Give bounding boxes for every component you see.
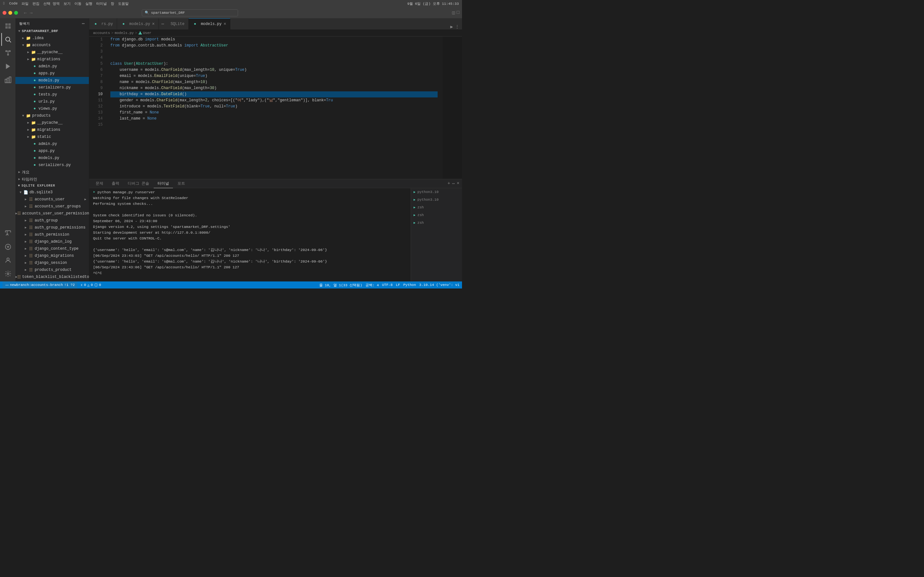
tree-item-migrations-acc[interactable]: ► 📁 migrations: [15, 56, 89, 63]
tree-item-idea[interactable]: ► 📁 .idea: [15, 35, 89, 42]
activity-source-control[interactable]: [1, 47, 14, 59]
tree-item-static-prod[interactable]: ► 📁 static: [15, 133, 89, 140]
split-icon[interactable]: ⋮: [455, 24, 459, 29]
panel-tab-problems[interactable]: 문제: [92, 179, 107, 188]
tree-table-accounts-user[interactable]: ► ☷ accounts_user ►: [15, 196, 89, 203]
panel-tab-ports[interactable]: 포트: [174, 179, 189, 188]
status-errors[interactable]: ☓ 0 △ 0 ⓘ 0: [81, 283, 101, 287]
term-session-2[interactable]: ▶ python3.10: [411, 196, 462, 203]
tree-item-admin-acc[interactable]: ● admin.py: [15, 63, 89, 70]
tree-table-ap[interactable]: ► ☷ auth_permission: [15, 231, 89, 238]
tree-item-models-prod[interactable]: ● models.py: [15, 155, 89, 161]
tree-item-tests-acc[interactable]: ● tests.py: [15, 91, 89, 98]
status-selection[interactable]: 줄 10, 열 1(33 선택됨): [319, 283, 362, 287]
tree-item-migrations-prod[interactable]: ► 📁 migrations: [15, 126, 89, 133]
mac-menu-select[interactable]: 선택 영역: [43, 1, 60, 6]
mac-menu-window[interactable]: 창: [111, 1, 114, 6]
term-session-4[interactable]: ▶ zsh: [411, 211, 462, 219]
activity-explorer[interactable]: [1, 19, 14, 32]
tree-item-apps-prod[interactable]: ● apps.py: [15, 147, 89, 155]
tree-item-urls-acc[interactable]: ● urls.py: [15, 98, 89, 105]
tree-table-ds[interactable]: ► ☷ django_session: [15, 259, 89, 266]
tree-table-pp[interactable]: ► ☷ products_product: [15, 266, 89, 274]
activity-settings[interactable]: [1, 268, 14, 280]
title-search-bar[interactable]: 🔍 spartamarket_DRF: [142, 9, 238, 16]
status-language[interactable]: Python: [403, 283, 416, 287]
term-session-3[interactable]: ▶ zsh: [411, 203, 462, 211]
forward-button[interactable]: →: [29, 10, 33, 15]
tree-item-admin-prod[interactable]: ● admin.py: [15, 140, 89, 147]
mac-menu-run[interactable]: 실행: [86, 1, 92, 6]
activity-python[interactable]: [1, 240, 14, 253]
tree-item-db[interactable]: ▼ 📄 db.sqlite3: [15, 189, 89, 196]
tree-table-au-permissions[interactable]: ► ☷ accounts_user_user_permissions: [15, 210, 89, 217]
close-button[interactable]: [3, 11, 6, 15]
term-session-1[interactable]: ▶ python3.10: [411, 188, 462, 196]
tab-m1-close[interactable]: ×: [152, 21, 155, 27]
activity-test[interactable]: [1, 227, 14, 240]
mac-menu-edit[interactable]: 편집: [32, 1, 39, 6]
back-button[interactable]: ←: [23, 10, 27, 15]
tab-models-1[interactable]: ● models.py ×: [117, 18, 159, 29]
panel-add-icon[interactable]: +: [447, 181, 450, 186]
run-icon[interactable]: ▶: [451, 24, 453, 29]
mac-menu-terminal[interactable]: 터미널: [96, 1, 107, 6]
mac-menu-code[interactable]: Code: [9, 2, 18, 5]
tree-table-dal[interactable]: ► ☷ django_admin_log: [15, 238, 89, 245]
tree-item-accounts[interactable]: ▼ 📁 accounts: [15, 42, 89, 49]
tree-section-timeline[interactable]: ► 타임라인: [15, 176, 89, 183]
tree-item-apps-acc[interactable]: ● apps.py: [15, 70, 89, 77]
tree-item-products[interactable]: ▼ 📁 products: [15, 112, 89, 119]
new-file-icon[interactable]: ⋯: [82, 21, 85, 26]
status-python-version[interactable]: 3.10.14 ('venv': vi: [419, 283, 459, 287]
panel-tab-terminal[interactable]: 터미널: [153, 179, 173, 188]
panel-close-icon[interactable]: ×: [457, 181, 459, 186]
activity-run[interactable]: [1, 60, 14, 73]
tree-root[interactable]: ▼ SPARTAMARKET_DRF: [15, 27, 89, 35]
tree-item-serializers-acc[interactable]: ● serializers.py: [15, 84, 89, 91]
status-encoding[interactable]: UTF-8: [382, 283, 393, 287]
split-editor-icon[interactable]: ◫: [452, 10, 455, 15]
status-line-ending[interactable]: LF: [396, 283, 400, 287]
apple-icon[interactable]: : [3, 2, 5, 5]
ln-10: 10: [92, 91, 103, 97]
tree-item-views-acc[interactable]: ● views.py: [15, 105, 89, 112]
tab-rs-py[interactable]: ● rs.py: [89, 18, 117, 29]
tree-item-pycache-prod[interactable]: ► 📁 __pycache__: [15, 119, 89, 126]
main-layout: 탐색기 ⋯ ▼ SPARTAMARKET_DRF ► 📁 .idea: [0, 18, 462, 282]
tab-more-btn[interactable]: ⋯: [159, 18, 166, 29]
tree-item-models-acc[interactable]: ● models.py: [15, 77, 89, 84]
tree-item-pycache-acc[interactable]: ► 📁 __pycache__: [15, 49, 89, 56]
tree-table-accounts-user-groups[interactable]: ► ☷ accounts_user_groups: [15, 203, 89, 210]
activity-account[interactable]: [1, 254, 14, 267]
tree-table-agp[interactable]: ► ☷ auth_group_permissions: [15, 224, 89, 231]
sqlite-explorer-header[interactable]: ▼ SQLITE EXPLORER: [15, 183, 89, 189]
panel-tab-output[interactable]: 출력: [108, 179, 123, 188]
panel-tab-debug[interactable]: 디버그 콘솔: [124, 179, 153, 188]
code-content[interactable]: from django.db import models from django…: [105, 37, 443, 179]
status-branch[interactable]: ⸻ newbranch:accounts-branch !1 ?2: [3, 282, 78, 288]
terminal-output[interactable]: ➤ python manage.py runserver Watching fo…: [89, 188, 411, 282]
tree-item-serial-prod[interactable]: ● serializers.py: [15, 161, 89, 169]
activity-search[interactable]: [1, 33, 14, 46]
tree-table-dm[interactable]: ► ☷ django_migrations: [15, 252, 89, 259]
status-spaces[interactable]: 공백: 4: [365, 283, 379, 287]
tab-sqlite[interactable]: SQLite: [167, 18, 189, 29]
tree-table-auth-group[interactable]: ► ☷ auth_group: [15, 217, 89, 224]
accounts-user-expand[interactable]: ►: [84, 198, 86, 201]
panel-more-icon[interactable]: ⋯: [452, 181, 455, 186]
tab-ma-close[interactable]: ×: [224, 21, 226, 27]
tree-section-overview[interactable]: ► 개요: [15, 169, 89, 176]
tree-table-tbb[interactable]: ► ☷ token_blacklist_blacklistedtoken: [15, 274, 89, 280]
mac-menu-file[interactable]: 파일: [21, 1, 29, 6]
mac-menu-go[interactable]: 이동: [74, 1, 81, 6]
term-session-5[interactable]: ▶ zsh: [411, 219, 462, 227]
minimize-button[interactable]: [8, 11, 12, 15]
toggle-panel-icon[interactable]: □: [457, 10, 459, 15]
maximize-button[interactable]: [14, 11, 18, 15]
tree-table-dct[interactable]: ► ☷ django_content_type: [15, 245, 89, 252]
tab-models-active[interactable]: ● models.py ×: [189, 18, 230, 29]
mac-menu-view[interactable]: 보기: [63, 1, 71, 6]
mac-menu-help[interactable]: 도움말: [118, 1, 129, 6]
activity-extensions[interactable]: [1, 73, 14, 86]
